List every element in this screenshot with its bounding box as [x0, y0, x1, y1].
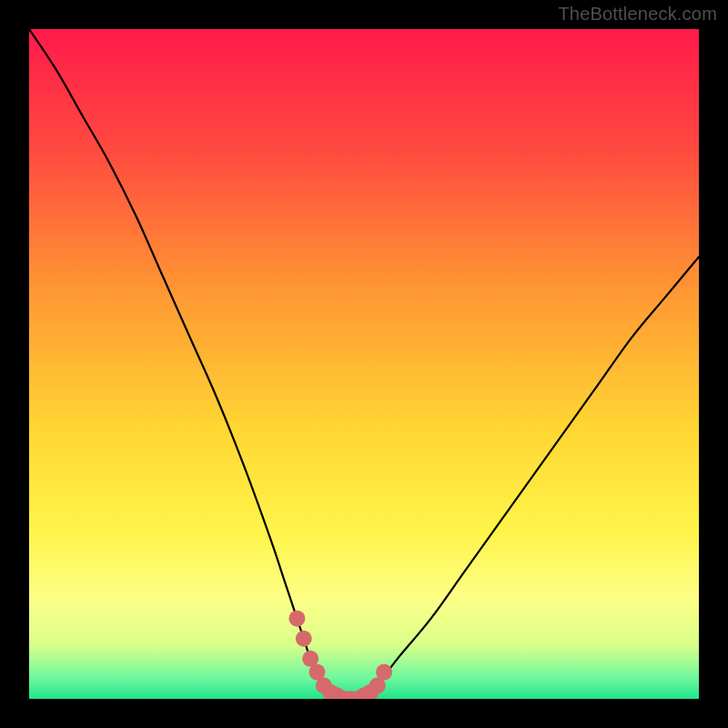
curve-svg	[29, 29, 699, 699]
bottleneck-curve-path	[29, 29, 699, 699]
chart-frame: TheBottleneck.com	[0, 0, 728, 728]
valley-point	[376, 664, 392, 681]
valley-point	[296, 631, 312, 647]
valley-point	[288, 611, 305, 627]
watermark-text: TheBottleneck.com	[558, 4, 717, 25]
valley-points-group	[288, 611, 392, 699]
plot-area	[29, 29, 699, 699]
